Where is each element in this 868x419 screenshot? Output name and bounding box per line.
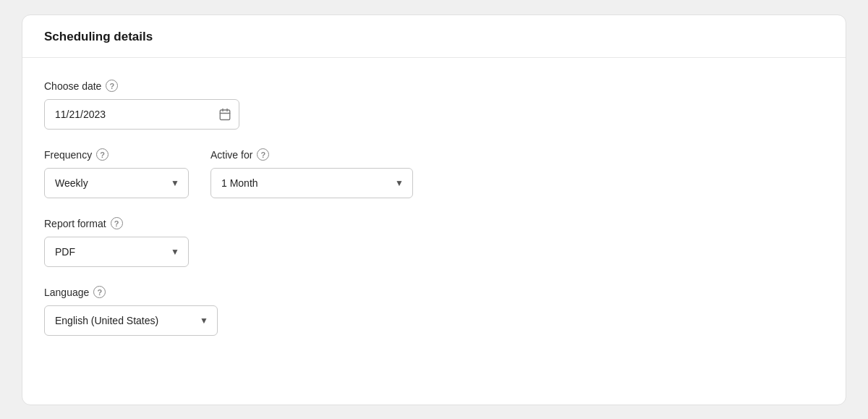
- choose-date-label: Choose date ?: [44, 80, 824, 92]
- frequency-select-wrapper: Weekly Daily Monthly ▼: [44, 168, 189, 198]
- svg-rect-0: [220, 110, 230, 120]
- active-for-select-wrapper: 1 Month 3 Months 6 Months 1 Year ▼: [210, 168, 413, 198]
- date-value: 11/21/2023: [55, 109, 106, 120]
- active-for-label: Active for ?: [210, 148, 413, 161]
- report-format-help-icon[interactable]: ?: [111, 217, 123, 229]
- language-select[interactable]: English (United States) French German Sp…: [44, 305, 218, 336]
- report-format-select-wrapper: PDF Excel CSV ▼: [44, 237, 189, 267]
- card-body: Choose date ? 11/21/2023 Freq: [22, 58, 846, 376]
- choose-date-help-icon[interactable]: ?: [106, 80, 118, 92]
- frequency-label: Frequency ?: [44, 148, 189, 161]
- report-format-group: Report format ? PDF Excel CSV ▼: [44, 217, 824, 267]
- active-for-group: Active for ? 1 Month 3 Months 6 Months 1…: [210, 148, 413, 198]
- frequency-group: Frequency ? Weekly Daily Monthly ▼: [44, 148, 189, 198]
- scheduling-details-card: Scheduling details Choose date ? 11/21/2…: [22, 14, 846, 405]
- language-select-wrapper: English (United States) French German Sp…: [44, 305, 218, 336]
- active-for-help-icon[interactable]: ?: [257, 148, 269, 161]
- frequency-active-row: Frequency ? Weekly Daily Monthly ▼ Activ…: [44, 148, 824, 198]
- frequency-help-icon[interactable]: ?: [96, 148, 109, 161]
- language-label: Language ?: [44, 286, 824, 298]
- language-help-icon[interactable]: ?: [93, 286, 106, 298]
- report-format-select[interactable]: PDF Excel CSV: [44, 237, 189, 267]
- card-header: Scheduling details: [22, 15, 846, 58]
- report-format-label: Report format ?: [44, 217, 824, 229]
- calendar-icon[interactable]: [218, 108, 231, 121]
- date-input-wrapper[interactable]: 11/21/2023: [44, 99, 239, 130]
- card-title: Scheduling details: [44, 30, 824, 44]
- frequency-select[interactable]: Weekly Daily Monthly: [44, 168, 189, 198]
- active-for-select[interactable]: 1 Month 3 Months 6 Months 1 Year: [210, 168, 413, 198]
- language-group: Language ? English (United States) Frenc…: [44, 286, 824, 336]
- choose-date-group: Choose date ? 11/21/2023: [44, 80, 824, 130]
